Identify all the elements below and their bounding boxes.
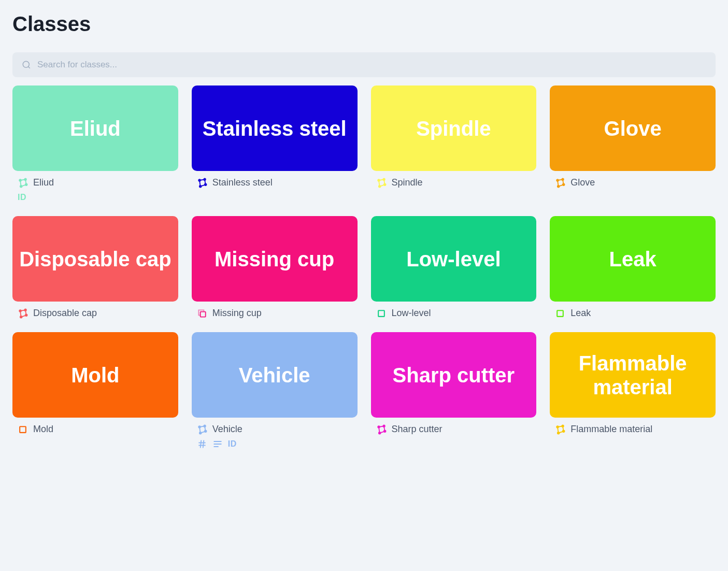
class-tile[interactable]: Low-level: [371, 216, 537, 302]
svg-point-41: [556, 426, 559, 428]
class-tile[interactable]: Missing cup: [192, 216, 358, 302]
class-tile-name: Stainless steel: [203, 117, 347, 140]
class-label: Mold: [33, 424, 53, 435]
svg-point-14: [556, 179, 559, 181]
class-tile[interactable]: Flammable material: [550, 332, 716, 418]
svg-point-13: [378, 185, 380, 187]
class-tile[interactable]: Glove: [550, 85, 716, 171]
class-card: Mold Mold: [12, 332, 178, 449]
class-label: Stainless steel: [212, 177, 273, 188]
class-tile-name: Glove: [604, 117, 662, 140]
svg-point-16: [563, 183, 565, 185]
class-tile-name: Spindle: [416, 117, 491, 140]
hash-badge-icon: [197, 439, 207, 449]
class-label: Sharp cutter: [392, 424, 442, 435]
svg-point-2: [19, 179, 21, 181]
svg-point-44: [558, 432, 560, 434]
box-icon: [18, 424, 28, 435]
class-card: Glove Glove: [550, 85, 716, 203]
class-meta: Stainless steel: [192, 177, 358, 188]
svg-line-32: [200, 440, 201, 448]
svg-point-8: [205, 183, 207, 185]
id-badge-icon: ID: [228, 439, 237, 449]
polygon-icon: [18, 308, 28, 319]
svg-point-0: [23, 61, 29, 67]
class-tile[interactable]: Leak: [550, 216, 716, 302]
svg-point-5: [20, 185, 22, 187]
class-label: Low-level: [392, 308, 431, 319]
polygon-icon: [555, 424, 565, 435]
polygon-icon: [555, 178, 565, 188]
class-tile-name: Missing cup: [215, 247, 334, 271]
class-meta: Vehicle: [192, 424, 358, 435]
svg-point-18: [19, 310, 21, 312]
class-card: Leak Leak: [550, 216, 716, 319]
class-label: Missing cup: [212, 308, 262, 319]
class-meta: Eliud: [12, 177, 178, 188]
class-tile[interactable]: Disposable cap: [12, 216, 178, 302]
class-card: Eliud Eliud ID: [12, 85, 178, 203]
class-tile-name: Leak: [609, 247, 656, 271]
svg-point-27: [204, 425, 206, 427]
class-meta: Glove: [550, 177, 716, 188]
class-card: Vehicle Vehicle ID: [192, 332, 358, 449]
class-meta: Mold: [12, 424, 178, 435]
class-card: Flammable material Flammable material: [550, 332, 716, 449]
svg-point-42: [562, 425, 564, 427]
class-meta: Missing cup: [192, 308, 358, 319]
class-card: Missing cup Missing cup: [192, 216, 358, 319]
svg-point-40: [378, 432, 380, 434]
svg-point-9: [199, 185, 202, 187]
svg-point-20: [25, 314, 27, 316]
polygon-icon: [376, 424, 387, 435]
svg-rect-25: [20, 426, 26, 433]
box-icon: [376, 308, 387, 319]
svg-point-12: [383, 183, 386, 185]
class-label: Glove: [570, 177, 595, 188]
class-label: Eliud: [33, 177, 54, 188]
class-meta: Sharp cutter: [371, 424, 537, 435]
svg-point-10: [378, 179, 380, 181]
class-tile-name: Vehicle: [239, 363, 310, 387]
search-input[interactable]: [12, 52, 716, 77]
svg-point-37: [378, 426, 380, 428]
svg-point-21: [20, 316, 22, 318]
id-badge-icon: ID: [18, 192, 26, 203]
svg-point-4: [25, 183, 27, 185]
badges-row: ID: [12, 192, 178, 203]
svg-point-38: [383, 425, 385, 427]
svg-line-33: [203, 440, 204, 448]
svg-point-17: [558, 185, 560, 187]
class-card: Sharp cutter Sharp cutter: [371, 332, 537, 449]
svg-point-28: [205, 430, 207, 432]
search-container: [12, 52, 716, 77]
svg-rect-22: [200, 311, 205, 317]
class-card: Spindle Spindle: [371, 85, 537, 203]
class-tile[interactable]: Stainless steel: [192, 85, 358, 171]
class-tile[interactable]: Sharp cutter: [371, 332, 537, 418]
class-tile[interactable]: Spindle: [371, 85, 537, 171]
class-card: Stainless steel Stainless steel: [192, 85, 358, 203]
classes-grid: Eliud Eliud ID Stainless steel Sta: [12, 85, 716, 449]
copy-icon: [197, 308, 207, 319]
svg-point-39: [383, 430, 386, 432]
class-tile[interactable]: Eliud: [12, 85, 178, 171]
class-meta: Low-level: [371, 308, 537, 319]
class-tile[interactable]: Mold: [12, 332, 178, 418]
class-label: Leak: [570, 308, 591, 319]
svg-point-3: [24, 178, 26, 180]
lines-badge-icon: [212, 439, 223, 449]
svg-point-43: [563, 430, 565, 432]
class-label: Flammable material: [570, 424, 652, 435]
svg-rect-23: [378, 310, 384, 317]
svg-point-6: [198, 179, 201, 181]
class-tile[interactable]: Vehicle: [192, 332, 358, 418]
class-meta: Leak: [550, 308, 716, 319]
svg-point-19: [24, 309, 26, 311]
svg-point-11: [383, 178, 385, 180]
class-tile-name: Eliud: [70, 117, 121, 140]
class-card: Low-level Low-level: [371, 216, 537, 319]
svg-point-7: [204, 178, 206, 180]
svg-point-15: [562, 178, 564, 180]
class-tile-name: Flammable material: [556, 351, 709, 399]
